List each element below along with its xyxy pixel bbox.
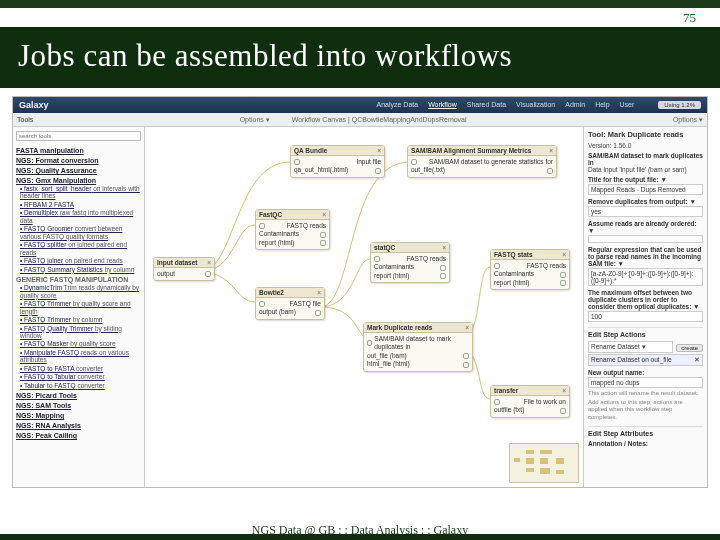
nav-workflow[interactable]: Workflow xyxy=(428,101,457,109)
tool-item[interactable]: • Demultiplex raw fastq into multiplexed… xyxy=(20,209,141,224)
nav-admin[interactable]: Admin xyxy=(565,101,585,109)
details-title: Tool: Mark Duplicate reads xyxy=(588,130,703,139)
details-input-label: SAM/BAM dataset to mark duplicates in xyxy=(588,152,703,166)
tool-item[interactable]: • DynamicTrim Trim reads dynamically by … xyxy=(20,284,141,299)
node-mark-duplicates[interactable]: Mark Duplicate reads× SAM/BAM dataset to… xyxy=(363,322,473,372)
slide-title: Jobs can be assembled into workflows xyxy=(18,38,702,74)
tool-item[interactable]: • FASTQ Masker by quality score xyxy=(20,340,141,347)
tool-section[interactable]: NGS: RNA Analysis xyxy=(16,422,141,429)
action-select[interactable]: Rename Dataset ▾ xyxy=(588,341,673,353)
node-fastq-stats[interactable]: FASTQ stats× FASTQ reads Contaminants re… xyxy=(490,249,570,290)
remove-dups-select[interactable]: yes xyxy=(588,206,703,217)
connection-layer xyxy=(145,127,583,487)
node-qa-bundle[interactable]: QA Bundle× Input file qa_out_html(.html) xyxy=(290,145,385,178)
newname-input[interactable]: mapped no dups xyxy=(588,377,703,388)
tool-panel: FASTA manipulation NGS: Format conversio… xyxy=(13,127,145,487)
close-icon[interactable]: × xyxy=(207,259,211,266)
tool-section[interactable]: NGS: Quality Assurance xyxy=(16,167,141,174)
node-statqc[interactable]: statQC× FASTQ reads Contaminants report … xyxy=(370,242,450,283)
node-transfer[interactable]: transfer× File to work on outfile (txt) xyxy=(490,385,570,418)
close-icon[interactable]: × xyxy=(562,387,566,394)
tool-item[interactable]: • RFBAM 2 FASTA xyxy=(20,201,141,208)
tool-section[interactable]: NGS: Mapping xyxy=(16,412,141,419)
tool-item[interactable]: • fastx_sort_split_header on intervals w… xyxy=(20,185,141,200)
galaxy-topnav: Galaxy Analyze Data Workflow Shared Data… xyxy=(13,97,707,113)
minimap[interactable] xyxy=(509,443,579,483)
nav-shared[interactable]: Shared Data xyxy=(467,101,506,109)
quota-badge: Using 1.2% xyxy=(658,101,701,109)
title-input[interactable]: Mapped Reads - Dups Removed xyxy=(588,184,703,195)
tool-item[interactable]: • FASTQ Trimmer by column xyxy=(20,316,141,323)
tool-item[interactable]: • FASTQ splitter on joined paired end re… xyxy=(20,241,141,256)
close-icon[interactable]: × xyxy=(322,211,326,218)
slide-number: 75 xyxy=(683,10,696,26)
tool-item[interactable]: • FASTQ joiner on paired end reads xyxy=(20,257,141,264)
workflow-canvas[interactable]: Input dataset× output QA Bundle× Input f… xyxy=(145,127,583,487)
tool-item[interactable]: • Tabular to FASTQ converter xyxy=(20,382,141,389)
nav-help[interactable]: Help xyxy=(595,101,609,109)
node-input-dataset[interactable]: Input dataset× output xyxy=(153,257,215,281)
step-attrs-header: Edit Step Attributes xyxy=(588,426,703,437)
close-icon[interactable]: × xyxy=(377,147,381,154)
node-fastqc[interactable]: FastQC× FASTQ reads Contaminants report … xyxy=(255,209,330,250)
tool-section[interactable]: NGS: Gmx Manipulation xyxy=(16,177,141,184)
tool-item[interactable]: • FASTQ to Tabular converter xyxy=(20,373,141,380)
nav-analyze[interactable]: Analyze Data xyxy=(376,101,418,109)
tool-item[interactable]: • FASTQ Trimmer by quality score and len… xyxy=(20,300,141,315)
tool-section[interactable]: FASTA manipulation xyxy=(16,147,141,154)
details-panel: Tool: Mark Duplicate reads Version: 1.56… xyxy=(583,127,707,487)
close-icon[interactable]: × xyxy=(549,147,553,154)
node-alignment-summary[interactable]: SAM/BAM Alignment Summary Metrics× SAM/B… xyxy=(407,145,557,178)
tool-item[interactable]: • FASTQ Summary Statistics by column xyxy=(20,266,141,273)
tool-item[interactable]: • Manipulate FASTQ reads on various attr… xyxy=(20,349,141,364)
remove-action-icon[interactable]: ✕ xyxy=(694,356,700,364)
tool-item[interactable]: • FASTQ to FASTA converter xyxy=(20,365,141,372)
search-input[interactable] xyxy=(16,131,141,141)
tool-section[interactable]: NGS: Picard Tools xyxy=(16,392,141,399)
title-band: Jobs can be assembled into workflows xyxy=(0,30,720,88)
slide-number-bar: 75 xyxy=(0,8,720,30)
canvas-options[interactable]: Options ▾ xyxy=(673,116,703,124)
action-row: Rename Dataset on out_file ✕ xyxy=(588,354,703,366)
tool-subheader: GENERIC FASTQ MANIPULATION xyxy=(16,276,141,283)
galaxy-logo: Galaxy xyxy=(19,100,49,110)
nav-user[interactable]: User xyxy=(620,101,635,109)
close-icon[interactable]: × xyxy=(442,244,446,251)
galaxy-screenshot: Galaxy Analyze Data Workflow Shared Data… xyxy=(12,96,708,488)
details-version: Version: 1.56.0 xyxy=(588,142,703,149)
nav-viz[interactable]: Visualization xyxy=(516,101,555,109)
galaxy-subnav: Tools Options ▾ Workflow Canvas | QCBowt… xyxy=(13,113,707,127)
close-icon[interactable]: × xyxy=(465,324,469,331)
tool-item[interactable]: • FASTQ Groomer convert between various … xyxy=(20,225,141,240)
tool-section[interactable]: NGS: SAM Tools xyxy=(16,402,141,409)
tool-section[interactable]: NGS: Peak Calling xyxy=(16,432,141,439)
tools-label: Tools xyxy=(17,116,33,123)
tool-section[interactable]: NGS: Format conversion xyxy=(16,157,141,164)
canvas-breadcrumb: Workflow Canvas | QCBowtieMappingAndDups… xyxy=(292,116,467,123)
close-icon[interactable]: × xyxy=(317,289,321,296)
node-bowtie[interactable]: Bowtie2× FASTQ file output (bam) xyxy=(255,287,325,320)
tool-item[interactable]: • FASTQ Quality Trimmer by sliding windo… xyxy=(20,325,141,340)
create-button[interactable]: create xyxy=(676,344,703,352)
regex-input[interactable]: [a-zA-Z0-9]+:[0-9]+:([0-9]+):([0-9]+):([… xyxy=(588,268,703,286)
assume-ordered-select[interactable] xyxy=(588,235,703,243)
close-icon[interactable]: × xyxy=(562,251,566,258)
step-actions-header: Edit Step Actions xyxy=(588,327,703,338)
tools-options[interactable]: Options ▾ xyxy=(240,116,270,124)
offset-input[interactable]: 100 xyxy=(588,311,703,322)
